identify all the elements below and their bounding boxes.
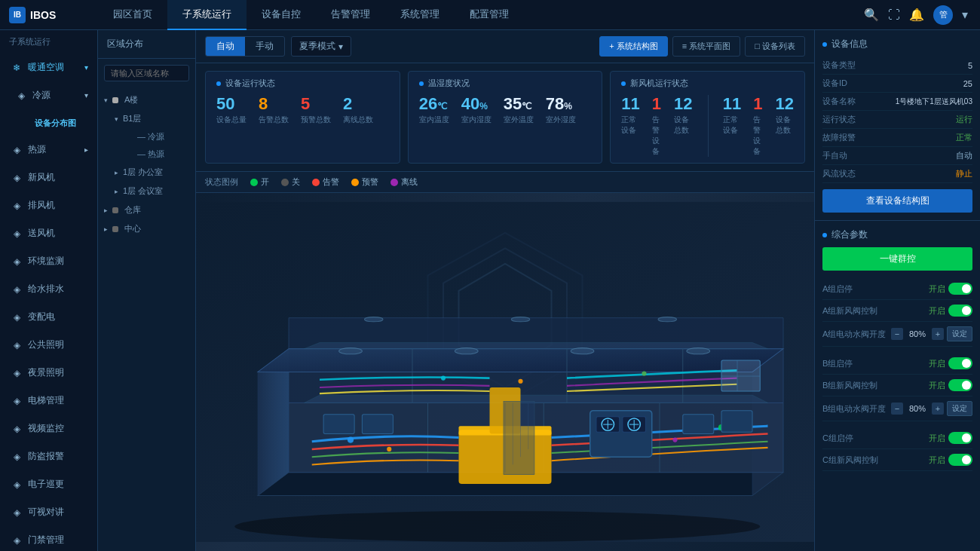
sidebar-device-map[interactable]: 设备分布图 (29, 114, 97, 133)
param-ctrl-a-valve: 开启 (929, 305, 972, 317)
device-info-title-text: 设备信息 (831, 38, 868, 51)
cold-icon: ◈ (16, 90, 26, 101)
logo: IB IBOS (0, 7, 98, 23)
nav-item-subsystem[interactable]: 子系统运行 (167, 0, 247, 30)
card2-metrics: 26℃ 室内温度 40% 室内湿度 35℃ 室外温度 78% (419, 95, 592, 125)
fullscreen-icon[interactable]: ⛶ (888, 8, 900, 22)
stepper-val-a: 80% (906, 329, 929, 338)
stepper-plus-a[interactable]: + (932, 328, 944, 340)
season-mode-select[interactable]: 夏季模式 ▾ (291, 36, 351, 57)
sidebar-item-exhaust[interactable]: ◈ 排风机 (0, 191, 97, 219)
tree-leaf-cold[interactable]: — 冷源 (119, 128, 195, 145)
tree-item-floor1-meeting[interactable]: ▸ 1层 会议室 (109, 182, 195, 201)
stepper-minus-b[interactable]: − (891, 403, 903, 415)
toggle-a-start[interactable] (948, 283, 972, 295)
info-label-fault: 故障报警 (822, 132, 856, 143)
avatar[interactable]: 管 (933, 5, 953, 25)
legend-item-off: 关 (281, 176, 300, 188)
one-key-btn[interactable]: 一键群控 (822, 247, 972, 271)
zone-search-input[interactable] (104, 65, 189, 81)
right-panel: 设备信息 设备类型 5 设备ID 25 设备名称 1号楼地下1层送风机03 运行… (814, 30, 980, 551)
status-card-temp: 温湿度状况 26℃ 室内温度 40% 室内湿度 35℃ 室 (408, 71, 603, 164)
fa-total1-val: 12 (674, 95, 692, 113)
sidebar-item-light[interactable]: ◈ 公共照明 (0, 331, 97, 359)
warehouse-label: 仓库 (124, 204, 141, 216)
info-label-id: 设备ID (822, 78, 847, 89)
sidebar-item-elevator[interactable]: ◈ 电梯管理 (0, 387, 97, 415)
btn-floor-plan[interactable]: ≡ 系统平面图 (672, 36, 740, 57)
b1-children: — 冷源 — 热源 (109, 128, 195, 163)
nav-item-alarm[interactable]: 告警管理 (316, 0, 385, 30)
sidebar-item-heat[interactable]: ◈ 热源 ▸ (0, 136, 97, 164)
nav-item-device-ctrl[interactable]: 设备自控 (247, 0, 316, 30)
fresh-icon: ◈ (11, 173, 22, 183)
btn-device-list[interactable]: □ 设备列表 (745, 36, 805, 57)
sidebar-item-hvac[interactable]: ❄ 暖通空调 ▾ (0, 54, 97, 81)
center-color (112, 226, 118, 232)
building-3d-svg (196, 193, 814, 551)
zone-search (98, 59, 195, 87)
tree-item-warehouse[interactable]: ▸ 仓库 (98, 201, 195, 219)
arrow-a: ▾ (104, 96, 108, 104)
btn-auto[interactable]: 自动 (206, 37, 245, 56)
svg-point-28 (441, 376, 446, 381)
sidebar-item-fresh[interactable]: ◈ 新风机 (0, 164, 97, 191)
tree-item-floor1-office[interactable]: ▸ 1层 办公室 (109, 163, 195, 182)
f1-office-label: 1层 办公室 (123, 167, 163, 178)
btn-structure[interactable]: + 系统结构图 (599, 36, 667, 57)
toggle-c-start[interactable] (948, 432, 972, 444)
sidebar-item-water[interactable]: ◈ 给水排水 (0, 275, 97, 303)
nav-item-config[interactable]: 配置管理 (455, 0, 524, 30)
sidebar-item-elec[interactable]: ◈ 变配电 (0, 303, 97, 331)
sidebar-item-alarm[interactable]: ◈ 防盗报警 (0, 442, 97, 470)
viz-area[interactable] (196, 193, 814, 551)
param-ctrl-c-valve: 开启 (929, 454, 972, 466)
svg-rect-42 (683, 415, 714, 434)
toggle-c-valve[interactable] (948, 454, 972, 466)
tree-item-center[interactable]: ▸ 中心 (98, 219, 195, 238)
toggle-a-valve[interactable] (948, 305, 972, 317)
sidebar-item-patrol[interactable]: ◈ 电子巡更 (0, 470, 97, 498)
svg-point-23 (348, 437, 354, 443)
sidebar-item-access[interactable]: ◈ 门禁管理 (0, 526, 97, 551)
btn-manual[interactable]: 手动 (245, 37, 284, 56)
bell-icon[interactable]: 🔔 (909, 8, 924, 22)
sidebar-item-supply[interactable]: ◈ 送风机 (0, 219, 97, 247)
nav-item-system[interactable]: 系统管理 (385, 0, 455, 30)
search-icon[interactable]: 🔍 (864, 8, 879, 22)
toggle-b-start[interactable] (948, 357, 972, 369)
view-structure-btn[interactable]: 查看设备结构图 (822, 189, 972, 213)
sidebar-item-intercom[interactable]: ◈ 可视对讲 (0, 498, 97, 526)
cold-arrow: ▾ (84, 91, 88, 99)
tree-item-b1[interactable]: ▾ B1层 (109, 109, 195, 128)
status-card-devices: 设备运行状态 50 设备总量 8 告警总数 5 预警总数 (205, 71, 400, 164)
set-btn-b[interactable]: 设定 (947, 401, 972, 416)
season-arrow-icon: ▾ (338, 41, 343, 52)
sidebar-item-env[interactable]: ◈ 环境监测 (0, 247, 97, 275)
light-icon: ◈ (11, 340, 22, 350)
legend-row: 状态图例 开 关 告警 预警 (196, 172, 814, 193)
set-btn-a[interactable]: 设定 (947, 326, 972, 341)
toggle-b-valve[interactable] (948, 379, 972, 391)
sidebar-access-label: 门禁管理 (28, 534, 64, 546)
sidebar-item-cold[interactable]: ◈ 冷源 ▾ (8, 81, 97, 109)
sidebar-elec-label: 变配电 (28, 311, 55, 323)
building-a-children: ▾ B1层 — 冷源 — 热源 ▸ 1层 办公室 ▸ 1层 会议室 (98, 109, 195, 201)
dropdown-icon[interactable]: ▾ (962, 8, 968, 22)
stepper-minus-a[interactable]: − (891, 328, 903, 340)
params-title: 综合参数 (822, 228, 972, 241)
tree-leaf-heat[interactable]: — 热源 (119, 145, 195, 163)
toolbar: 自动 手动 夏季模式 ▾ + 系统结构图 ≡ 系统平面图 □ 设备列表 (196, 30, 814, 63)
toolbar-right: + 系统结构图 ≡ 系统平面图 □ 设备列表 (599, 36, 805, 57)
legend-dot-offline (390, 179, 398, 186)
fa-alarm2-label: 告警设备 (753, 115, 763, 157)
params-section: 综合参数 一键群控 A组启停 开启 A组新风阀控制 开启 (815, 221, 980, 479)
param-ctrl-b-water: − 80% + 设定 (891, 401, 972, 416)
sidebar-item-night[interactable]: ◈ 夜景照明 (0, 359, 97, 387)
nav-item-home[interactable]: 园区首页 (98, 0, 167, 30)
fa-total1-label: 设备总数 (674, 115, 692, 136)
svg-point-46 (571, 348, 594, 354)
stepper-plus-b[interactable]: + (932, 403, 944, 415)
sidebar-item-cctv[interactable]: ◈ 视频监控 (0, 415, 97, 442)
tree-item-building-a[interactable]: ▾ A楼 (98, 90, 195, 109)
